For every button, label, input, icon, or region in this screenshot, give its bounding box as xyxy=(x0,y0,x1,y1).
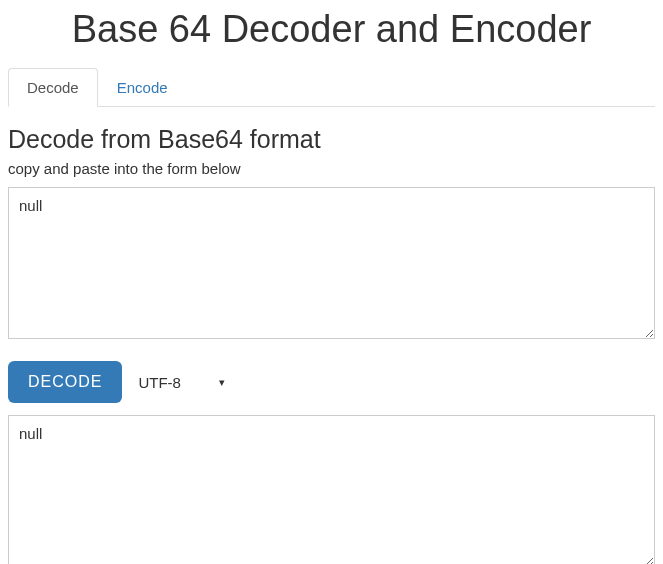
page-title: Base 64 Decoder and Encoder xyxy=(8,8,655,51)
decode-button[interactable]: DECODE xyxy=(8,361,122,403)
tabs: Decode Encode xyxy=(8,67,655,107)
section-heading: Decode from Base64 format xyxy=(8,125,655,154)
encoding-select[interactable]: UTF-8 xyxy=(134,368,237,397)
encoding-select-wrap: UTF-8 xyxy=(134,368,237,397)
input-textarea[interactable] xyxy=(8,187,655,339)
hint-text: copy and paste into the form below xyxy=(8,160,655,177)
tab-encode[interactable]: Encode xyxy=(98,68,187,107)
output-textarea[interactable] xyxy=(8,415,655,564)
controls-row: DECODE UTF-8 xyxy=(8,361,655,403)
tab-decode[interactable]: Decode xyxy=(8,68,98,107)
